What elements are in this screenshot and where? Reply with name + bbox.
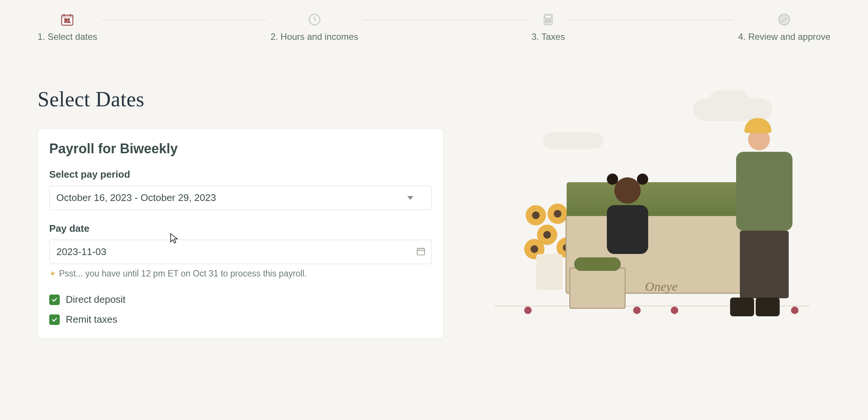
direct-deposit-checkbox[interactable] <box>49 295 60 305</box>
svg-point-12 <box>547 21 549 23</box>
svg-rect-15 <box>417 248 425 255</box>
page-title: Select Dates <box>38 87 443 111</box>
svg-point-8 <box>546 19 547 20</box>
direct-deposit-row: Direct deposit <box>49 294 432 305</box>
pay-period-value: October 16, 2023 - October 29, 2023 <box>56 192 216 204</box>
pay-period-field: Select pay period October 16, 2023 - Oct… <box>49 169 432 210</box>
step-label: 1. Select dates <box>38 32 97 42</box>
payroll-card: Payroll for Biweekly Select pay period O… <box>38 128 443 338</box>
pay-period-label: Select pay period <box>49 169 432 180</box>
card-title: Payroll for Biweekly <box>49 141 432 157</box>
pay-period-select[interactable]: October 16, 2023 - October 29, 2023 <box>49 186 432 210</box>
svg-text:31: 31 <box>64 17 71 24</box>
remit-taxes-checkbox[interactable] <box>49 314 60 325</box>
step-hours-incomes[interactable]: 2. Hours and incomes <box>271 11 358 42</box>
svg-rect-7 <box>545 15 551 18</box>
calendar-icon: 31 <box>59 11 76 28</box>
pay-date-field: Pay date ✦ Psst... you have until 12 pm … <box>49 223 432 279</box>
svg-point-14 <box>779 14 790 25</box>
step-taxes[interactable]: 3. Taxes <box>531 11 565 42</box>
deadline-hint: ✦ Psst... you have until 12 pm ET on Oct… <box>49 269 432 279</box>
svg-point-9 <box>547 19 549 20</box>
pay-date-input[interactable] <box>49 240 432 264</box>
chevron-down-icon <box>407 196 413 200</box>
step-divider <box>363 20 527 20</box>
step-label: 4. Review and approve <box>738 32 830 42</box>
step-select-dates[interactable]: 31 1. Select dates <box>38 11 97 42</box>
calendar-icon[interactable] <box>416 246 426 258</box>
remit-taxes-label: Remit taxes <box>66 314 117 325</box>
market-illustration: Oneye <box>479 95 817 328</box>
check-circle-icon <box>776 11 792 28</box>
sparkle-icon: ✦ <box>49 269 56 279</box>
remit-taxes-row: Remit taxes <box>49 314 432 325</box>
svg-point-10 <box>550 19 551 20</box>
step-label: 3. Taxes <box>531 32 565 42</box>
hint-text: Psst... you have until 12 pm ET on Oct 3… <box>59 269 307 279</box>
svg-point-11 <box>546 21 547 23</box>
step-label: 2. Hours and incomes <box>271 32 358 42</box>
step-divider <box>569 20 733 20</box>
step-review-approve[interactable]: 4. Review and approve <box>738 11 830 42</box>
svg-point-13 <box>550 21 551 23</box>
calculator-icon <box>540 11 556 28</box>
direct-deposit-label: Direct deposit <box>66 294 126 305</box>
pay-date-label: Pay date <box>49 223 432 234</box>
wizard-stepper: 31 1. Select dates 2. Hours and incomes … <box>38 11 830 42</box>
clock-icon <box>306 11 323 28</box>
step-divider <box>102 20 266 20</box>
